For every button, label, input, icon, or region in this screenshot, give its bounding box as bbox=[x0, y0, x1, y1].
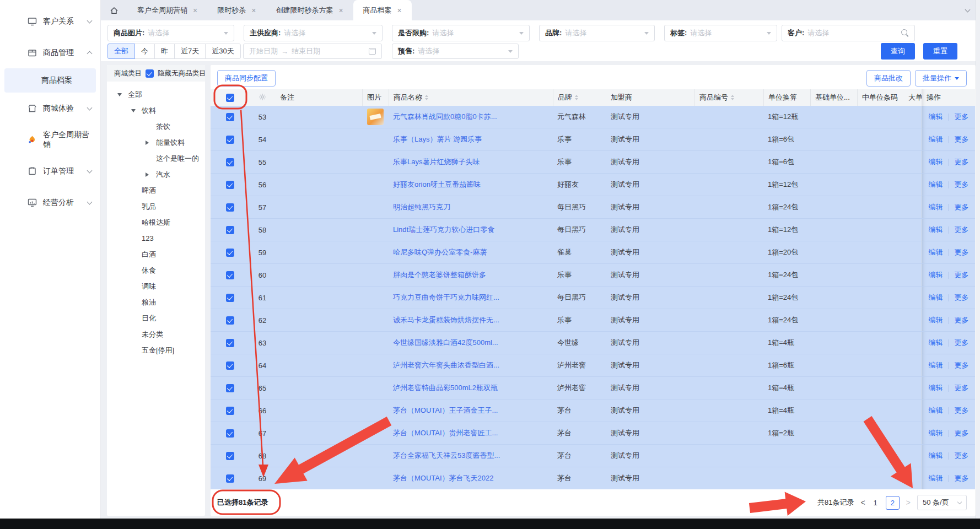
edit-link[interactable]: 编辑 bbox=[929, 360, 943, 370]
edit-link[interactable]: 编辑 bbox=[929, 247, 943, 257]
page-1-button[interactable]: 1 bbox=[872, 499, 879, 507]
header-product-code[interactable]: 商品编号 bbox=[694, 89, 763, 106]
batch-operations-button[interactable]: 批量操作 bbox=[915, 70, 967, 87]
category-tree-item[interactable]: 调味 bbox=[107, 278, 205, 294]
quick-range-button[interactable]: 今 bbox=[134, 44, 155, 59]
filter-product-image-select[interactable]: 商品图片: 请选择 bbox=[107, 25, 234, 41]
row-checkbox[interactable] bbox=[226, 136, 234, 144]
row-checkbox[interactable] bbox=[226, 158, 234, 166]
edit-link[interactable]: 编辑 bbox=[929, 338, 943, 348]
filter-tag-select[interactable]: 标签: 请选择 bbox=[664, 25, 777, 41]
row-checkbox[interactable] bbox=[226, 271, 234, 279]
edit-link[interactable]: 编辑 bbox=[929, 315, 943, 325]
edit-link[interactable]: 编辑 bbox=[929, 157, 943, 167]
close-icon[interactable]: × bbox=[193, 7, 197, 14]
more-link[interactable]: 更多 bbox=[955, 338, 969, 348]
product-name-link[interactable]: 今世缘国缘淡雅白酒42度500ml... bbox=[389, 332, 553, 354]
row-checkbox[interactable] bbox=[226, 181, 234, 189]
gear-icon[interactable] bbox=[259, 93, 266, 102]
category-tree-item[interactable]: 茶饮 bbox=[107, 118, 205, 134]
more-link[interactable]: 更多 bbox=[955, 293, 969, 303]
more-link[interactable]: 更多 bbox=[955, 270, 969, 280]
tab-create-flash-sale-plan[interactable]: 创建限时秒杀方案 × bbox=[266, 0, 353, 20]
sort-icon[interactable] bbox=[731, 95, 734, 100]
more-link[interactable]: 更多 bbox=[955, 451, 969, 461]
category-tree-item[interactable]: 能量饮料 bbox=[107, 134, 205, 150]
category-tree-item[interactable]: 未分类 bbox=[107, 326, 205, 342]
header-brand[interactable]: 品牌 bbox=[553, 89, 606, 106]
row-checkbox[interactable] bbox=[226, 339, 234, 347]
row-checkbox[interactable] bbox=[226, 452, 234, 460]
header-product-name[interactable]: 商品名称 bbox=[389, 89, 553, 106]
row-checkbox[interactable] bbox=[226, 474, 234, 483]
edit-link[interactable]: 编辑 bbox=[929, 134, 943, 144]
sidebar-item-product-management[interactable]: 商品管理 bbox=[0, 37, 100, 68]
more-link[interactable]: 更多 bbox=[955, 180, 969, 190]
filter-presale-select[interactable]: 预售: 请选择 bbox=[392, 44, 519, 59]
row-checkbox[interactable] bbox=[226, 294, 234, 302]
row-checkbox[interactable] bbox=[226, 429, 234, 438]
batch-edit-button[interactable]: 商品批改 bbox=[866, 70, 911, 87]
row-checkbox[interactable] bbox=[226, 316, 234, 325]
quick-range-button[interactable]: 近30天 bbox=[205, 44, 240, 59]
filter-purchase-limit-select[interactable]: 是否限购: 请选择 bbox=[392, 25, 530, 41]
edit-link[interactable]: 编辑 bbox=[929, 112, 943, 122]
reset-button[interactable]: 重置 bbox=[923, 43, 957, 60]
filter-brand-select[interactable]: 品牌: 请选择 bbox=[539, 25, 655, 41]
category-tree-item[interactable]: 哈根达斯 bbox=[107, 214, 205, 230]
sidebar-item-order-management[interactable]: 订单管理 bbox=[0, 155, 100, 187]
product-name-link[interactable]: 乐事Lays薯片红烧狮子头味 bbox=[389, 151, 553, 173]
category-tree-item[interactable]: 乳品 bbox=[107, 198, 205, 214]
category-tree-item[interactable]: 啤酒 bbox=[107, 182, 205, 198]
product-name-link[interactable]: 茅台（MOUTAI）贵州老窖匠工... bbox=[389, 422, 553, 444]
row-checkbox[interactable] bbox=[226, 407, 234, 415]
product-name-link[interactable]: 明治超纯黑巧克刀 bbox=[389, 196, 553, 218]
row-checkbox[interactable] bbox=[226, 249, 234, 257]
product-name-link[interactable]: 泸州老窖特曲晶彩500mL2瓶双瓶 bbox=[389, 377, 553, 399]
filter-main-supplier-select[interactable]: 主供应商: 请选择 bbox=[244, 25, 383, 41]
edit-link[interactable]: 编辑 bbox=[929, 473, 943, 483]
product-sync-config-button[interactable]: 商品同步配置 bbox=[217, 70, 276, 87]
edit-link[interactable]: 编辑 bbox=[929, 293, 943, 303]
close-icon[interactable]: × bbox=[338, 7, 343, 14]
product-name-link[interactable]: 巧克力豆曲奇饼干巧克力味网红... bbox=[389, 287, 553, 309]
product-name-link[interactable]: 胖肉是个憨老婆饼整箱酥饼多 bbox=[389, 264, 553, 286]
quick-range-button[interactable]: 全部 bbox=[107, 44, 135, 59]
select-all-checkbox[interactable] bbox=[226, 94, 234, 102]
category-tree-item[interactable]: 五金[停用] bbox=[107, 342, 205, 358]
edit-link[interactable]: 编辑 bbox=[929, 451, 943, 461]
more-link[interactable]: 更多 bbox=[955, 406, 969, 415]
sidebar-item-business-analysis[interactable]: 经营分析 bbox=[0, 187, 100, 218]
tabbar-collapse-button[interactable] bbox=[960, 4, 974, 17]
quick-range-button[interactable]: 昨 bbox=[154, 44, 175, 59]
product-name-link[interactable]: 哈尼多味Q弹办公室零食-麻薯 bbox=[389, 241, 553, 263]
quick-range-button[interactable]: 近7天 bbox=[174, 44, 206, 59]
category-tree-item[interactable]: 白酒 bbox=[107, 246, 205, 262]
more-link[interactable]: 更多 bbox=[955, 428, 969, 438]
sidebar-item-lifecycle-marketing[interactable]: 客户全周期营销 bbox=[0, 124, 100, 155]
page-2-button[interactable]: 2 bbox=[886, 496, 900, 510]
more-link[interactable]: 更多 bbox=[955, 112, 969, 122]
close-icon[interactable]: × bbox=[251, 7, 256, 14]
product-name-link[interactable]: 泸州老窖六年窖头曲浓香型白酒... bbox=[389, 354, 553, 376]
page-size-select[interactable]: 50 条/页 bbox=[917, 495, 967, 510]
more-link[interactable]: 更多 bbox=[955, 157, 969, 167]
prev-page-button[interactable]: < bbox=[860, 498, 865, 507]
more-link[interactable]: 更多 bbox=[955, 360, 969, 370]
category-tree-item[interactable]: 这个是唯一的 bbox=[107, 150, 205, 166]
home-tab[interactable] bbox=[101, 0, 127, 20]
row-checkbox[interactable] bbox=[226, 361, 234, 370]
category-tree-item[interactable]: 汽水 bbox=[107, 166, 205, 182]
row-checkbox[interactable] bbox=[226, 203, 234, 212]
tab-flash-sale[interactable]: 限时秒杀 × bbox=[207, 0, 266, 20]
product-name-link[interactable]: 乐事（Lays）薯片 游园乐事 bbox=[389, 128, 553, 150]
category-tree-item[interactable]: 全部 bbox=[107, 87, 205, 102]
product-name-link[interactable]: 元气森林肖战同款0糖0脂0卡苏... bbox=[389, 106, 553, 128]
tab-lifecycle-marketing[interactable]: 客户全周期营销 × bbox=[127, 0, 207, 20]
category-tree-item[interactable]: 123 bbox=[107, 230, 205, 246]
edit-link[interactable]: 编辑 bbox=[929, 406, 943, 415]
close-icon[interactable]: × bbox=[397, 7, 402, 14]
next-page-button[interactable]: > bbox=[906, 498, 911, 507]
more-link[interactable]: 更多 bbox=[955, 247, 969, 257]
product-name-link[interactable]: 茅台（MOUTAI）茅台飞天2022 bbox=[389, 467, 553, 489]
